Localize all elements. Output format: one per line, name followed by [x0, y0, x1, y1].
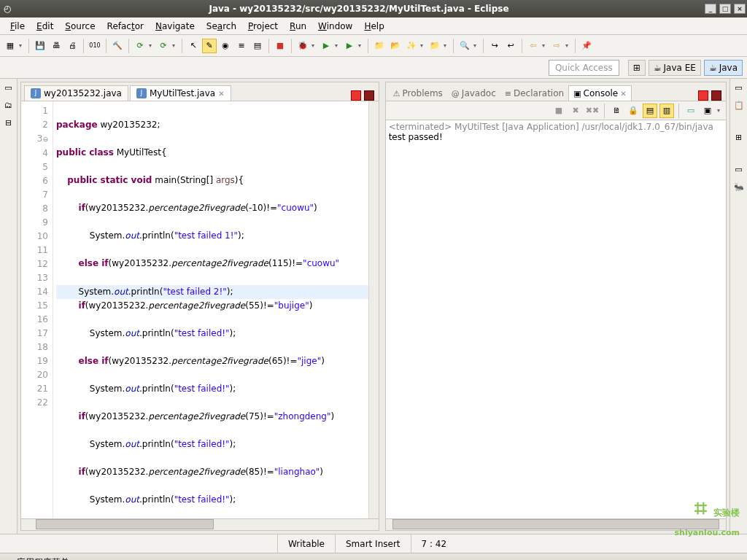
- new-class-icon[interactable]: 📂: [388, 39, 403, 53]
- status-writable: Writable: [277, 534, 335, 553]
- run-last-icon[interactable]: ▶: [342, 39, 357, 53]
- console-header: <terminated> MyUtilTest [Java Applicatio…: [389, 122, 723, 132]
- minimize-view-button[interactable]: [698, 90, 708, 101]
- new-package-icon[interactable]: 📁: [372, 39, 387, 53]
- close-button[interactable]: ×: [734, 4, 746, 14]
- save-all-icon[interactable]: 🖶: [49, 39, 63, 53]
- save-icon[interactable]: 💾: [33, 39, 47, 53]
- menu-file[interactable]: File: [4, 20, 31, 33]
- minimize-view-button[interactable]: [351, 90, 361, 101]
- status-insert: Smart Insert: [335, 534, 411, 553]
- print-icon[interactable]: 🖨: [65, 39, 80, 53]
- wand-icon[interactable]: ✨: [404, 39, 419, 53]
- maximize-view-button[interactable]: [364, 90, 374, 101]
- variables-icon[interactable]: ▤: [250, 39, 265, 53]
- separator: [182, 39, 182, 53]
- quick-access-input[interactable]: Quick Access: [549, 60, 619, 76]
- separator: [483, 39, 484, 53]
- highlight-icon[interactable]: ✎: [202, 39, 217, 53]
- display-icon[interactable]: ▭: [684, 104, 698, 118]
- debug-icon[interactable]: 🐞: [295, 39, 310, 53]
- cursor-icon[interactable]: ↖: [186, 39, 201, 53]
- console-hscrollbar[interactable]: [386, 518, 726, 530]
- console-output: test passed!: [389, 132, 723, 142]
- prev-annotation-icon[interactable]: ↩: [503, 39, 518, 53]
- tab-problems[interactable]: ⚠ Problems: [389, 86, 447, 101]
- task-list-icon[interactable]: 📋: [733, 101, 745, 112]
- perspective-javaee[interactable]: ☕ Java EE: [649, 60, 701, 76]
- menu-navigate[interactable]: Navigate: [150, 20, 201, 33]
- refresh-icon[interactable]: ⟳: [133, 39, 147, 53]
- remove-launch-icon[interactable]: ✖: [568, 104, 583, 118]
- menu-refactor[interactable]: Refactor: [101, 20, 150, 33]
- open-console-icon[interactable]: ▣: [700, 104, 715, 118]
- menu-help[interactable]: Help: [358, 20, 390, 33]
- build-icon[interactable]: 🔨: [110, 39, 125, 53]
- separator: [106, 39, 107, 53]
- left-trim: ▭ 🗂 ⊟: [0, 79, 18, 534]
- editor-vscrollbar[interactable]: [368, 101, 379, 518]
- tab-console[interactable]: ▣ Console ✕: [568, 85, 631, 101]
- tab-declaration[interactable]: ≡ Declaration: [500, 86, 568, 101]
- run-icon[interactable]: ▶: [319, 39, 333, 53]
- maximize-view-button[interactable]: [711, 90, 721, 101]
- menu-source[interactable]: Source: [59, 20, 101, 33]
- app-menu-icon[interactable]: ◆: [6, 558, 12, 561]
- package-explorer-icon[interactable]: 🗂: [3, 101, 15, 112]
- binary-icon[interactable]: 010: [88, 39, 102, 53]
- clear-console-icon[interactable]: 🗎: [609, 104, 624, 118]
- perspective-java[interactable]: ☕ Java: [704, 60, 743, 76]
- breakpoint-icon[interactable]: ◉: [218, 39, 233, 53]
- right-trim: ▭ 📋 ⊞ ▭ 🐜: [729, 79, 747, 534]
- close-tab-icon[interactable]: ✕: [218, 90, 224, 98]
- separator: [83, 39, 84, 53]
- expressions-icon[interactable]: ≡: [234, 39, 249, 53]
- pin-icon[interactable]: 📌: [579, 39, 594, 53]
- menu-search[interactable]: Search: [201, 20, 242, 33]
- editor-pane: Jwy20135232.java JMyUtilTest.java ✕ 123⊖…: [20, 82, 379, 531]
- search-icon[interactable]: 🔍: [457, 39, 472, 53]
- ant-icon[interactable]: 🐜: [733, 182, 745, 194]
- separator: [128, 39, 129, 53]
- code-area[interactable]: package wy20135232; public class MyUtilT…: [53, 101, 368, 518]
- close-tab-icon[interactable]: ✕: [620, 90, 626, 98]
- remove-all-icon[interactable]: ✖✖: [585, 104, 600, 118]
- separator: [268, 39, 269, 53]
- forward-icon[interactable]: ⇨: [549, 39, 564, 53]
- menu-edit[interactable]: Edit: [31, 20, 59, 33]
- editor-body[interactable]: 123⊖45678910111213141516171819202122 pac…: [21, 101, 379, 518]
- tab-javadoc[interactable]: @ Javadoc: [447, 86, 500, 101]
- menu-window[interactable]: Window: [312, 20, 358, 33]
- outline-icon[interactable]: ⊞: [733, 133, 745, 144]
- perspective-bar: Quick Access ⊞ ☕ Java EE ☕ Java: [0, 57, 747, 79]
- refresh2-icon[interactable]: ⟳: [156, 39, 171, 53]
- open-perspective-button[interactable]: ⊞: [628, 60, 646, 76]
- terminate-icon[interactable]: ■: [273, 39, 287, 53]
- hierarchy-icon[interactable]: ⊟: [3, 118, 15, 130]
- editor-tab-1[interactable]: Jwy20135232.java: [24, 85, 128, 101]
- maximize-button[interactable]: □: [719, 4, 731, 14]
- restore2-icon[interactable]: ▭: [733, 165, 745, 176]
- editor-tab-2[interactable]: JMyUtilTest.java ✕: [130, 85, 231, 101]
- menu-bar: File Edit Source Refactor Navigate Searc…: [0, 18, 747, 35]
- pin-console-icon[interactable]: ▥: [659, 104, 674, 118]
- new-icon[interactable]: ▦: [3, 39, 18, 53]
- restore-icon[interactable]: ▭: [733, 83, 745, 95]
- app-menu-label[interactable]: 应用程序菜单: [17, 556, 69, 560]
- window-titlebar: ◴ Java - wy20135232/src/wy20135232/MyUti…: [0, 0, 747, 18]
- editor-hscrollbar[interactable]: [21, 518, 379, 530]
- menu-project[interactable]: Project: [242, 20, 284, 33]
- minimize-button[interactable]: _: [705, 4, 716, 14]
- back-icon[interactable]: ⇦: [526, 39, 541, 53]
- restore-icon[interactable]: ▭: [3, 83, 15, 95]
- menu-run[interactable]: Run: [284, 20, 312, 33]
- scroll-lock-icon[interactable]: 🔒: [626, 104, 640, 118]
- console-toolbar: ■ ✖ ✖✖ 🗎 🔒 ▤ ▥ ▭ ▣▾: [386, 101, 726, 120]
- perspective-javaee-label: Java EE: [664, 63, 696, 73]
- console-body[interactable]: <terminated> MyUtilTest [Java Applicatio…: [386, 120, 726, 518]
- next-annotation-icon[interactable]: ↪: [487, 39, 502, 53]
- show-console-icon[interactable]: ▤: [643, 104, 657, 118]
- terminate-icon[interactable]: ■: [551, 104, 566, 118]
- new-dropdown[interactable]: ▾: [19, 42, 25, 49]
- folder-icon[interactable]: 📁: [427, 39, 442, 53]
